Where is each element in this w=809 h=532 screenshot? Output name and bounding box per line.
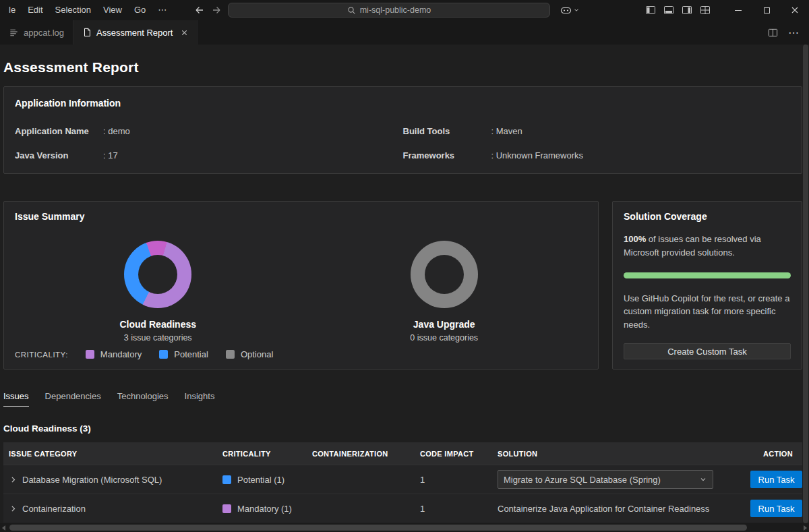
solution-cell: Migrate to Azure SQL Database (Spring)	[498, 470, 748, 489]
maximize-button[interactable]	[752, 0, 781, 20]
menu-more-icon[interactable]	[152, 0, 173, 20]
tab-insights[interactable]: Insights	[185, 391, 215, 407]
donut-charts: Cloud Readiness 3 issue categories Java …	[15, 241, 587, 343]
cloud-readiness-donut	[124, 241, 191, 308]
scroll-right-arrow-icon[interactable]	[804, 525, 807, 531]
potential-swatch	[159, 350, 168, 359]
code-impact-cell: 1	[420, 504, 498, 514]
category-cell: Containerization	[3, 504, 222, 514]
menu-go[interactable]: Go	[128, 0, 152, 20]
tab-close-icon[interactable]	[181, 29, 188, 36]
category-label: Containerization	[22, 504, 86, 514]
code-impact-cell: 1	[420, 475, 498, 485]
forward-arrow-icon[interactable]	[211, 5, 222, 16]
tab-dependencies[interactable]: Dependencies	[45, 391, 101, 407]
editor-tab-bar: appcat.log Assessment Report	[0, 20, 809, 45]
scroll-left-arrow-icon[interactable]	[2, 525, 5, 531]
field-application-name: Application Name: demo	[15, 126, 403, 136]
run-task-button[interactable]: Run Task	[750, 500, 802, 517]
horizontal-scrollbar	[0, 523, 809, 532]
maximize-icon	[764, 7, 770, 13]
search-icon	[347, 6, 356, 15]
coverage-hint: Use GitHub Copilot for the rest, or crea…	[624, 292, 791, 332]
legend-item-potential: Potential	[159, 349, 208, 359]
search-value: mi-sql-public-demo	[360, 5, 431, 15]
back-arrow-icon[interactable]	[194, 5, 205, 16]
toggle-panel-icon[interactable]	[663, 5, 674, 16]
run-task-button[interactable]: Run Task	[750, 471, 802, 488]
solution-coverage-panel: Solution Coverage 100% of issues can be …	[612, 201, 802, 370]
action-cell: Run Task	[748, 471, 802, 488]
vscode-window: le Edit Selection View Go mi-sql-public-…	[0, 0, 809, 532]
tab-assessment-report[interactable]: Assessment Report	[73, 20, 198, 45]
chevron-down-icon	[699, 475, 707, 483]
chevron-right-icon[interactable]	[9, 475, 18, 484]
chart-subtitle: 3 issue categories	[124, 333, 192, 343]
field-value: : 17	[103, 150, 118, 160]
legend-item-mandatory: Mandatory	[86, 349, 142, 359]
solution-dropdown-value: Migrate to Azure SQL Database (Spring)	[504, 475, 661, 485]
layout-controls	[645, 5, 711, 16]
menu-bar: le Edit Selection View Go	[0, 0, 173, 20]
close-icon	[791, 6, 799, 14]
coverage-percent: 100%	[624, 234, 646, 244]
header-action: ACTION	[748, 450, 802, 458]
category-label: Database Migration (Microsoft SQL)	[22, 475, 162, 485]
donut-hole	[138, 255, 177, 294]
mandatory-swatch	[86, 350, 94, 359]
solution-dropdown[interactable]: Migrate to Azure SQL Database (Spring)	[498, 470, 713, 489]
tab-label: Assessment Report	[96, 28, 173, 38]
java-upgrade-chart: Java Upgrade 0 issue categories	[301, 241, 588, 343]
donut-hole	[425, 255, 464, 294]
action-cell: Run Task	[748, 500, 802, 517]
field-label: Java Version	[15, 150, 103, 160]
report-file-icon	[82, 28, 92, 37]
command-center-search[interactable]: mi-sql-public-demo	[228, 3, 550, 18]
chart-title: Cloud Readiness	[119, 319, 196, 330]
copilot-menu-button[interactable]	[560, 5, 580, 16]
application-info-grid: Application Name: demo Build Tools: Mave…	[15, 126, 791, 160]
minimize-button[interactable]	[724, 0, 752, 20]
chevron-right-icon[interactable]	[9, 504, 18, 513]
header-criticality: CRITICALITY	[222, 450, 312, 458]
vertical-scrollbar-thumb[interactable]	[803, 45, 808, 523]
field-java-version: Java Version: 17	[15, 150, 403, 160]
window-controls	[724, 0, 809, 20]
tab-technologies[interactable]: Technologies	[117, 391, 169, 407]
menu-edit[interactable]: Edit	[22, 0, 49, 20]
toggle-primary-sidebar-icon[interactable]	[645, 5, 656, 16]
vertical-scrollbar	[802, 45, 809, 523]
menu-view[interactable]: View	[97, 0, 128, 20]
summary-row: Issue Summary Cloud Readiness 3 issue ca…	[3, 201, 802, 370]
horizontal-scrollbar-thumb[interactable]	[9, 525, 747, 531]
category-cell: Database Migration (Microsoft SQL)	[3, 475, 222, 485]
menu-file[interactable]: le	[3, 0, 22, 20]
create-custom-task-button[interactable]: Create Custom Task	[624, 343, 791, 359]
minimize-icon	[735, 10, 742, 11]
panel-title: Solution Coverage	[624, 211, 791, 222]
customize-layout-icon[interactable]	[700, 5, 711, 16]
legend-label: Mandatory	[100, 349, 142, 359]
field-label: Frameworks	[403, 150, 491, 160]
criticality-label: Potential (1)	[237, 475, 284, 485]
optional-swatch	[226, 350, 235, 359]
criticality-cell: Potential (1)	[222, 475, 312, 485]
field-label: Application Name	[15, 126, 103, 136]
criticality-swatch	[222, 504, 231, 513]
field-value: : demo	[103, 126, 130, 136]
split-editor-icon[interactable]	[768, 28, 778, 38]
title-bar: le Edit Selection View Go mi-sql-public-…	[0, 0, 809, 20]
criticality-label: Mandatory (1)	[237, 504, 292, 514]
menu-selection[interactable]: Selection	[49, 0, 97, 20]
editor-actions	[768, 20, 809, 45]
more-actions-icon[interactable]	[788, 26, 799, 39]
report-tabs: Issues Dependencies Technologies Insight…	[3, 391, 802, 407]
tab-appcat-log[interactable]: appcat.log	[0, 20, 73, 45]
tab-issues[interactable]: Issues	[3, 391, 29, 407]
command-center: mi-sql-public-demo	[194, 0, 580, 20]
close-button[interactable]	[781, 0, 809, 20]
java-upgrade-donut	[411, 241, 478, 308]
toggle-secondary-sidebar-icon[interactable]	[682, 5, 692, 16]
legend-label: Optional	[241, 349, 273, 359]
field-value: : Unknown Frameworks	[491, 150, 584, 160]
